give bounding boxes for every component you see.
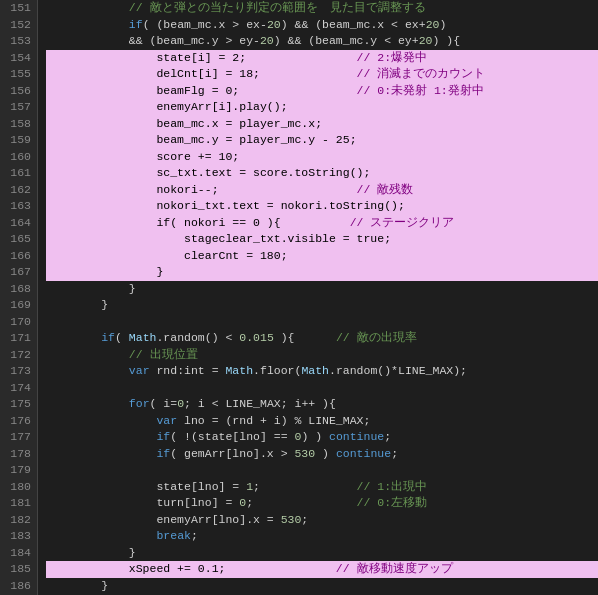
line-number: 184: [6, 545, 31, 562]
line-number: 159: [6, 132, 31, 149]
code-line: [46, 314, 598, 331]
line-number: 166: [6, 248, 31, 265]
line-number: 173: [6, 363, 31, 380]
code-line: }: [46, 578, 598, 595]
code-line: nokori_txt.text = nokori.toString();: [46, 198, 598, 215]
code-line: [46, 380, 598, 397]
code-line: nokori--; // 敵残数: [46, 182, 598, 199]
code-line: [46, 462, 598, 479]
code-line: }: [46, 545, 598, 562]
line-number: 156: [6, 83, 31, 100]
line-number: 152: [6, 17, 31, 34]
line-number: 162: [6, 182, 31, 199]
code-line: && (beam_mc.y > ey-20) && (beam_mc.y < e…: [46, 33, 598, 50]
line-number: 183: [6, 528, 31, 545]
code-line: clearCnt = 180;: [46, 248, 598, 265]
code-line: beamFlg = 0; // 0:未発射 1:発射中: [46, 83, 598, 100]
code-content: // 敵と弾との当たり判定の範囲を 見た目で調整する if( (beam_mc.…: [38, 0, 598, 595]
code-line: // 敵と弾との当たり判定の範囲を 見た目で調整する: [46, 0, 598, 17]
line-number: 182: [6, 512, 31, 529]
code-line: }: [46, 297, 598, 314]
code-editor: 1511521531541551561571581591601611621631…: [0, 0, 598, 595]
line-number: 180: [6, 479, 31, 496]
line-number: 172: [6, 347, 31, 364]
line-number: 157: [6, 99, 31, 116]
code-line: break;: [46, 528, 598, 545]
line-number: 161: [6, 165, 31, 182]
code-line: if( Math.random() < 0.015 ){ // 敵の出現率: [46, 330, 598, 347]
code-line: }: [46, 281, 598, 298]
code-line: if( !(state[lno] == 0) ) continue;: [46, 429, 598, 446]
code-line: delCnt[i] = 18; // 消滅までのカウント: [46, 66, 598, 83]
code-line: enemyArr[i].play();: [46, 99, 598, 116]
line-number: 178: [6, 446, 31, 463]
line-number: 153: [6, 33, 31, 50]
line-number: 163: [6, 198, 31, 215]
line-number: 176: [6, 413, 31, 430]
code-line: }: [46, 264, 598, 281]
code-line: if( gemArr[lno].x > 530 ) continue;: [46, 446, 598, 463]
line-number: 170: [6, 314, 31, 331]
code-line: if( nokori == 0 ){ // ステージクリア: [46, 215, 598, 232]
code-line: // 出現位置: [46, 347, 598, 364]
line-number: 155: [6, 66, 31, 83]
line-number: 151: [6, 0, 31, 17]
line-number: 181: [6, 495, 31, 512]
line-number: 171: [6, 330, 31, 347]
code-line: sc_txt.text = score.toString();: [46, 165, 598, 182]
code-line: turn[lno] = 0; // 0:左移動: [46, 495, 598, 512]
code-line: if( (beam_mc.x > ex-20) && (beam_mc.x < …: [46, 17, 598, 34]
line-number: 185: [6, 561, 31, 578]
line-number: 165: [6, 231, 31, 248]
line-number: 164: [6, 215, 31, 232]
code-line: beam_mc.y = player_mc.y - 25;: [46, 132, 598, 149]
code-line: xSpeed += 0.1; // 敵移動速度アップ: [46, 561, 598, 578]
code-line: state[lno] = 1; // 1:出現中: [46, 479, 598, 496]
line-number: 179: [6, 462, 31, 479]
code-line: enemyArr[lno].x = 530;: [46, 512, 598, 529]
line-number: 167: [6, 264, 31, 281]
line-number: 177: [6, 429, 31, 446]
code-line: for( i=0; i < LINE_MAX; i++ ){: [46, 396, 598, 413]
code-line: var rnd:int = Math.floor(Math.random()*L…: [46, 363, 598, 380]
line-number-gutter: 1511521531541551561571581591601611621631…: [0, 0, 38, 595]
code-line: stageclear_txt.visible = true;: [46, 231, 598, 248]
code-line: state[i] = 2; // 2:爆発中: [46, 50, 598, 67]
line-number: 160: [6, 149, 31, 166]
line-number: 169: [6, 297, 31, 314]
code-line: var lno = (rnd + i) % LINE_MAX;: [46, 413, 598, 430]
code-line: score += 10;: [46, 149, 598, 166]
line-number: 154: [6, 50, 31, 67]
line-number: 168: [6, 281, 31, 298]
line-number: 158: [6, 116, 31, 133]
line-number: 186: [6, 578, 31, 595]
line-number: 174: [6, 380, 31, 397]
code-line: beam_mc.x = player_mc.x;: [46, 116, 598, 133]
line-number: 175: [6, 396, 31, 413]
